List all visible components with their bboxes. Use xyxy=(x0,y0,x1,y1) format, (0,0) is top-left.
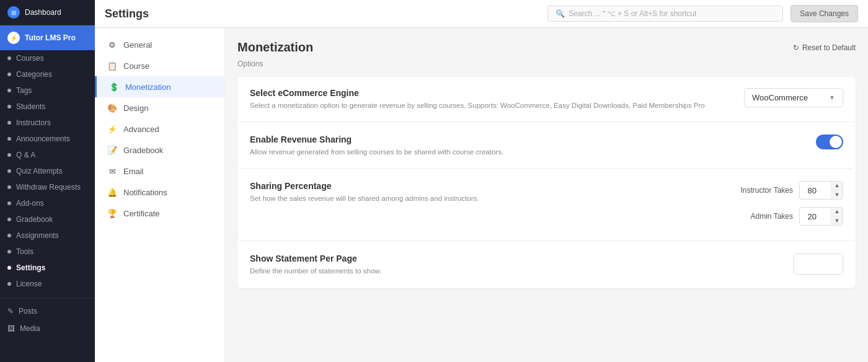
dot-icon xyxy=(7,185,11,189)
sharing-desc: Set how the sales revenue will be shared… xyxy=(250,193,728,203)
sidebar-item-students[interactable]: Students xyxy=(0,99,95,115)
sidebar-item-announcements[interactable]: Announcements xyxy=(0,131,95,147)
media-icon: 🖼 xyxy=(7,324,15,333)
revenue-sharing-setting: Enable Revenue Sharing Allow revenue gen… xyxy=(237,123,856,169)
statement-desc: Define the number of statements to show. xyxy=(250,266,781,276)
nav-advanced-label: Advanced xyxy=(123,125,159,134)
dot-icon xyxy=(7,121,11,125)
sidebar-item-withdraw-requests[interactable]: Withdraw Requests xyxy=(0,179,95,195)
nav-notifications-label: Notifications xyxy=(123,188,167,197)
header: Settings 🔍 Search ...⌃⌥ + S or Alt+S for… xyxy=(95,0,868,28)
dot-icon xyxy=(7,282,11,286)
search-bar[interactable]: 🔍 Search ...⌃⌥ + S or Alt+S for shortcut xyxy=(547,6,783,22)
page-title: Settings xyxy=(105,7,149,20)
revenue-control xyxy=(816,135,843,149)
statement-input[interactable] xyxy=(794,255,843,273)
sidebar-item-posts[interactable]: ✎ Posts xyxy=(0,302,95,320)
sidebar-item-gradebook[interactable]: Gradebook xyxy=(0,211,95,227)
woocommerce-value: WooCommerce xyxy=(752,93,808,102)
sidebar-item-categories[interactable]: Categories xyxy=(0,66,95,82)
nav-item-monetization[interactable]: 💲 Monetization xyxy=(95,76,224,97)
sidebar-brand[interactable]: ⚡ Tutor LMS Pro xyxy=(0,25,95,50)
nav-certificate-label: Certificate xyxy=(123,209,160,218)
revenue-sharing-toggle[interactable] xyxy=(816,135,843,149)
sidebar-item-settings[interactable]: Settings xyxy=(0,260,95,276)
statement-row: Show Statement Per Page Define the numbe… xyxy=(250,254,843,276)
settings-nav: ⚙ General 📋 Course 💲 Monetization 🎨 Desi… xyxy=(95,28,225,362)
nav-item-general[interactable]: ⚙ General xyxy=(95,34,224,55)
instructor-takes-input-wrap: ▲ ▼ xyxy=(799,181,843,200)
dot-icon xyxy=(7,250,11,254)
nav-item-email[interactable]: ✉ Email xyxy=(95,161,224,182)
sidebar-item-assignments[interactable]: Assignments xyxy=(0,227,95,244)
admin-spinners: ▲ ▼ xyxy=(831,208,843,225)
nav-gradebook-label: Gradebook xyxy=(123,146,163,155)
sidebar-item-media[interactable]: 🖼 Media xyxy=(0,320,95,337)
monetization-title: Monetization xyxy=(237,40,313,55)
admin-takes-input-wrap: ▲ ▼ xyxy=(799,207,843,226)
nav-course-label: Course xyxy=(123,61,149,71)
sidebar-courses-label: Courses xyxy=(16,54,44,63)
revenue-desc: Allow revenue generated from selling cou… xyxy=(250,147,804,157)
advanced-icon: ⚡ xyxy=(107,124,117,134)
sidebar-media-label: Media xyxy=(20,324,40,333)
dot-icon xyxy=(7,137,11,141)
sidebar-students-label: Students xyxy=(16,102,45,111)
sharing-percentage-setting: Sharing Percentage Set how the sales rev… xyxy=(237,170,856,241)
dot-icon xyxy=(7,169,11,173)
statement-input-wrap: ▲ ▼ xyxy=(794,254,843,275)
instructor-spin-up[interactable]: ▲ xyxy=(831,182,843,190)
ecommerce-desc: Select a monetization option to generate… xyxy=(250,100,732,110)
ecommerce-title: Select eCommerce Engine xyxy=(250,88,732,98)
sidebar-item-quiz-attempts[interactable]: Quiz Attempts xyxy=(0,163,95,179)
admin-spin-up[interactable]: ▲ xyxy=(831,208,843,216)
dot-icon xyxy=(7,218,11,221)
dot-icon xyxy=(7,89,11,92)
save-changes-button[interactable]: Save Changes xyxy=(790,5,858,22)
nav-item-gradebook[interactable]: 📝 Gradebook xyxy=(95,139,224,161)
search-icon: 🔍 xyxy=(556,9,565,18)
instructor-takes-input[interactable] xyxy=(800,183,831,198)
reset-to-default-button[interactable]: ↻ Reset to Default xyxy=(793,43,856,52)
nav-item-design[interactable]: 🎨 Design xyxy=(95,97,224,118)
sidebar-item-qa[interactable]: Q & A xyxy=(0,147,95,163)
sidebar-tools-label: Tools xyxy=(16,247,33,256)
sharing-row: Sharing Percentage Set how the sales rev… xyxy=(250,181,843,229)
dot-icon xyxy=(7,153,11,157)
reset-label: Reset to Default xyxy=(802,43,856,52)
sidebar-license-label: License xyxy=(16,280,42,288)
sidebar-instructors-label: Instructors xyxy=(16,118,51,127)
dot-icon xyxy=(7,266,11,270)
sidebar-posts-label: Posts xyxy=(19,307,37,316)
brand-icon: ⚡ xyxy=(7,32,20,44)
nav-general-label: General xyxy=(123,40,152,50)
woocommerce-select[interactable]: WooCommerce ▼ xyxy=(744,88,843,107)
sidebar-item-courses[interactable]: Courses xyxy=(0,50,95,66)
certificate-icon: 🏆 xyxy=(107,208,117,218)
chevron-down-icon: ▼ xyxy=(829,94,835,101)
panel-header: Monetization ↻ Reset to Default xyxy=(237,40,856,55)
sidebar-item-tools[interactable]: Tools xyxy=(0,244,95,260)
settings-panel: Monetization ↻ Reset to Default Options … xyxy=(225,28,868,362)
sidebar-item-addons[interactable]: Add-ons xyxy=(0,195,95,211)
nav-email-label: Email xyxy=(123,167,144,176)
sidebar-item-dashboard[interactable]: ⊞ Dashboard xyxy=(0,0,95,25)
nav-item-certificate[interactable]: 🏆 Certificate xyxy=(95,203,224,224)
nav-item-advanced[interactable]: ⚡ Advanced xyxy=(95,118,224,139)
admin-spin-down[interactable]: ▼ xyxy=(831,216,843,225)
nav-item-course[interactable]: 📋 Course xyxy=(95,55,224,76)
ecommerce-row: Select eCommerce Engine Select a monetiz… xyxy=(250,88,843,110)
sidebar-item-license[interactable]: License xyxy=(0,276,95,292)
nav-item-notifications[interactable]: 🔔 Notifications xyxy=(95,182,224,203)
instructor-takes-row: Instructor Takes ▲ ▼ xyxy=(741,181,843,200)
sidebar-item-tags[interactable]: Tags xyxy=(0,82,95,99)
dot-icon xyxy=(7,201,11,205)
content: ⚙ General 📋 Course 💲 Monetization 🎨 Desi… xyxy=(95,28,868,362)
sidebar-gradebook-label: Gradebook xyxy=(16,215,53,224)
sidebar-item-instructors[interactable]: Instructors xyxy=(0,115,95,131)
admin-takes-input[interactable] xyxy=(800,209,831,224)
instructor-spin-down[interactable]: ▼ xyxy=(831,190,843,199)
statement-text: Show Statement Per Page Define the numbe… xyxy=(250,254,781,276)
sidebar-tags-label: Tags xyxy=(16,86,32,95)
sharing-title: Sharing Percentage xyxy=(250,181,728,191)
